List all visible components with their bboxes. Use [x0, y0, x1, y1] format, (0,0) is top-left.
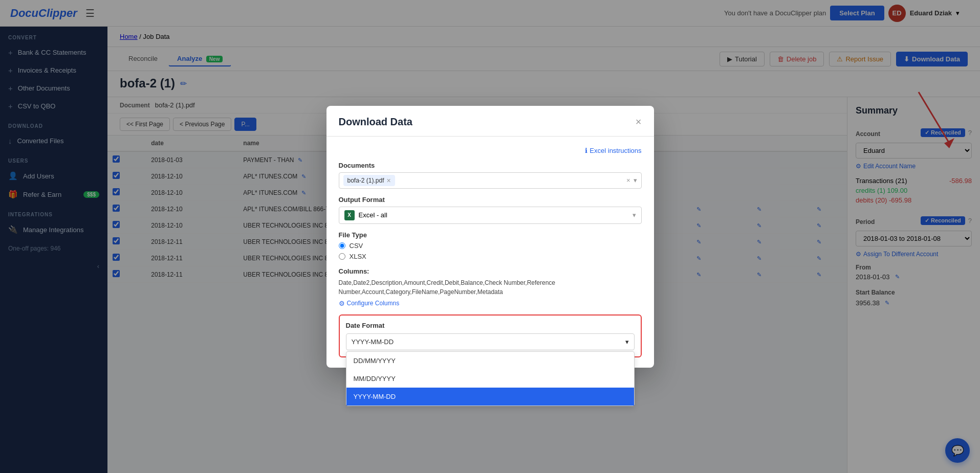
output-format-field[interactable]: X Excel - all ▾: [339, 207, 642, 224]
date-option-yyyymmdd[interactable]: YYYY-MM-DD: [346, 388, 634, 406]
date-option-ddmmyyyy[interactable]: DD/MM/YYYY: [346, 352, 634, 370]
date-format-trigger[interactable]: YYYY-MM-DD ▾: [346, 333, 635, 350]
doc-chip-label: bofa-2 (1).pdf: [347, 177, 384, 184]
documents-label: Documents: [339, 162, 642, 169]
date-format-section: Date Format YYYY-MM-DD ▾ DD/MM/YYYY MM/D…: [339, 314, 642, 357]
modal-body: ℹ Excel instructions Documents bofa-2 (1…: [326, 137, 654, 368]
modal-close-button[interactable]: ×: [636, 117, 642, 127]
doc-chip: bofa-2 (1).pdf ×: [343, 175, 395, 186]
chip-controls: × ▾: [626, 176, 637, 184]
excel-icon: X: [344, 210, 355, 220]
file-type-group: CSV XLSX: [339, 242, 642, 260]
documents-field: bofa-2 (1).pdf × × ▾: [339, 172, 642, 189]
date-option-mmddyyyy[interactable]: MM/DD/YYYY: [346, 370, 634, 388]
modal-title: Download Data: [339, 116, 412, 128]
xlsx-option[interactable]: XLSX: [339, 253, 642, 260]
configure-columns-button[interactable]: ⚙ Configure Columns: [339, 300, 642, 307]
chevron-down-icon: ▾: [625, 338, 629, 346]
output-format-value: Excel - all: [359, 211, 628, 219]
xlsx-radio[interactable]: [339, 253, 345, 260]
info-icon: ℹ: [585, 147, 587, 154]
date-format-label: Date Format: [346, 322, 635, 329]
csv-option[interactable]: CSV: [339, 242, 642, 250]
date-format-wrapper: YYYY-MM-DD ▾ DD/MM/YYYY MM/DD/YYYY YYYY-…: [346, 333, 635, 350]
modal-overlay[interactable]: Download Data × ℹ Excel instructions Doc…: [0, 0, 980, 473]
file-type-label: File Type: [339, 231, 642, 239]
modal-header: Download Data ×: [326, 106, 654, 137]
columns-text: Date,Date2,Description,Amount,Credit,Deb…: [339, 278, 642, 297]
download-data-modal: Download Data × ℹ Excel instructions Doc…: [326, 106, 654, 368]
date-format-selected: YYYY-MM-DD: [352, 338, 394, 346]
chip-remove-button[interactable]: ×: [387, 176, 391, 185]
csv-radio[interactable]: [339, 242, 345, 249]
columns-label: Columns:: [339, 267, 642, 275]
chevron-down-icon[interactable]: ▾: [634, 176, 637, 184]
output-format-label: Output Format: [339, 196, 642, 204]
excel-instructions-link[interactable]: ℹ Excel instructions: [339, 147, 642, 154]
output-chevron-icon[interactable]: ▾: [633, 211, 636, 219]
gear-icon: ⚙: [339, 300, 345, 307]
clear-icon[interactable]: ×: [626, 176, 630, 184]
date-format-dropdown: DD/MM/YYYY MM/DD/YYYY YYYY-MM-DD: [346, 351, 635, 406]
